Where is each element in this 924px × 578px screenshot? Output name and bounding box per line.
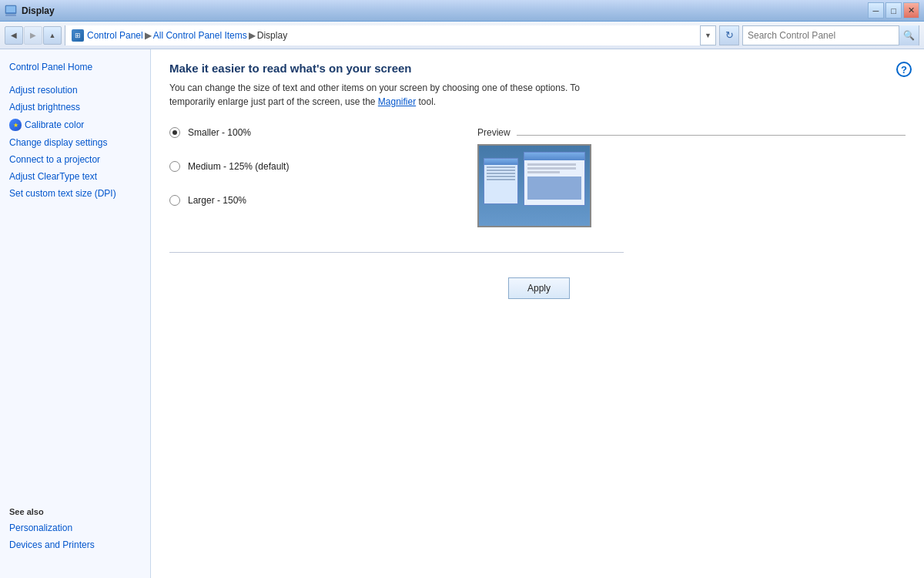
magnifier-link[interactable]: Magnifier bbox=[378, 96, 416, 107]
preview-main-window bbox=[524, 152, 585, 206]
sidebar-item-adjust-resolution[interactable]: Adjust resolution bbox=[0, 82, 150, 99]
radio-options: Smaller - 100% Medium - 125% (default) L… bbox=[169, 127, 447, 229]
minimize-button[interactable]: ─ bbox=[868, 2, 884, 18]
preview-sidebar-line-2 bbox=[487, 170, 515, 171]
apply-button[interactable]: Apply bbox=[508, 277, 570, 299]
preview-desktop bbox=[479, 146, 590, 226]
preview-sidebar-window bbox=[484, 158, 518, 204]
sidebar-item-adjust-cleartype[interactable]: Adjust ClearType text bbox=[0, 168, 150, 185]
preview-sidebar-line-3 bbox=[487, 173, 515, 174]
preview-sidebar-line-4 bbox=[487, 176, 515, 177]
sidebar-item-personalization[interactable]: Personalization bbox=[0, 519, 150, 536]
breadcrumb: ⊞ Control Panel ▶ All Control Panel Item… bbox=[65, 25, 700, 45]
breadcrumb-icon: ⊞ bbox=[72, 29, 84, 42]
radio-larger-label: Larger - 150% bbox=[188, 195, 246, 206]
search-button[interactable]: 🔍 bbox=[899, 25, 919, 45]
window-controls: ─ □ ✕ bbox=[868, 2, 919, 18]
radio-option-larger[interactable]: Larger - 150% bbox=[169, 195, 447, 206]
preview-line-1 bbox=[527, 163, 576, 166]
preview-area: Preview bbox=[477, 127, 906, 229]
breadcrumb-dropdown[interactable]: ▼ bbox=[700, 25, 715, 45]
preview-line-3 bbox=[527, 171, 560, 173]
sidebar-item-adjust-brightness[interactable]: Adjust brightness bbox=[0, 99, 150, 116]
breadcrumb-current: Display bbox=[257, 30, 287, 41]
svg-rect-1 bbox=[6, 6, 15, 12]
preview-window-titlebar bbox=[524, 153, 584, 160]
breadcrumb-sep-2: ▶ bbox=[249, 30, 256, 41]
title-bar: Display ─ □ ✕ bbox=[0, 0, 924, 22]
radio-larger[interactable] bbox=[169, 195, 180, 206]
preview-label: Preview bbox=[477, 127, 906, 138]
preview-divider bbox=[517, 135, 906, 136]
content-area: ? Make it easier to read what's on your … bbox=[151, 49, 924, 578]
main-layout: Control Panel Home Adjust resolution Adj… bbox=[0, 49, 924, 578]
preview-line-2 bbox=[527, 167, 576, 170]
breadcrumb-all-items[interactable]: All Control Panel Items bbox=[153, 30, 247, 41]
close-button[interactable]: ✕ bbox=[903, 2, 919, 18]
radio-smaller[interactable] bbox=[169, 127, 180, 138]
back-button[interactable]: ◀ bbox=[5, 26, 23, 45]
preview-inner-window bbox=[527, 176, 581, 200]
options-area: Smaller - 100% Medium - 125% (default) L… bbox=[169, 127, 906, 229]
address-bar: ◀ ▶ ▲ ⊞ Control Panel ▶ All Control Pane… bbox=[0, 22, 924, 49]
sidebar-item-calibrate-color[interactable]: ★ Calibrate color bbox=[0, 116, 150, 134]
svg-rect-2 bbox=[5, 15, 16, 16]
sidebar: Control Panel Home Adjust resolution Adj… bbox=[0, 49, 151, 578]
see-also-title: See also bbox=[0, 495, 150, 519]
up-button[interactable]: ▲ bbox=[43, 26, 62, 45]
breadcrumb-control-panel[interactable]: Control Panel bbox=[87, 30, 143, 41]
radio-medium-label: Medium - 125% (default) bbox=[188, 161, 289, 172]
preview-sidebar-line-1 bbox=[487, 166, 515, 168]
radio-option-smaller[interactable]: Smaller - 100% bbox=[169, 127, 447, 138]
help-button[interactable]: ? bbox=[896, 62, 912, 77]
sidebar-item-devices-and-printers[interactable]: Devices and Printers bbox=[0, 536, 150, 553]
breadcrumb-sep-1: ▶ bbox=[145, 30, 152, 41]
nav-buttons: ◀ ▶ ▲ bbox=[5, 26, 62, 45]
search-input[interactable] bbox=[743, 30, 899, 41]
content-divider bbox=[169, 252, 624, 253]
forward-button[interactable]: ▶ bbox=[24, 26, 42, 45]
window-title: Display bbox=[22, 5, 868, 16]
preview-sidebar-line-5 bbox=[487, 179, 515, 180]
page-description: You can change the size of text and othe… bbox=[169, 81, 593, 109]
sidebar-item-change-display-settings[interactable]: Change display settings bbox=[0, 134, 150, 151]
restore-button[interactable]: □ bbox=[886, 2, 902, 18]
preview-window-content bbox=[524, 160, 584, 203]
search-box: 🔍 bbox=[742, 25, 919, 45]
radio-medium[interactable] bbox=[169, 161, 180, 172]
shield-icon: ★ bbox=[9, 119, 22, 131]
preview-sidebar-titlebar bbox=[484, 159, 517, 165]
radio-option-medium[interactable]: Medium - 125% (default) bbox=[169, 161, 447, 172]
preview-image bbox=[477, 144, 591, 227]
window-icon bbox=[5, 5, 17, 17]
sidebar-item-connect-to-projector[interactable]: Connect to a projector bbox=[0, 151, 150, 168]
refresh-button[interactable]: ↻ bbox=[719, 25, 739, 45]
apply-row: Apply bbox=[169, 265, 570, 299]
radio-smaller-label: Smaller - 100% bbox=[188, 127, 251, 138]
sidebar-item-set-custom-text[interactable]: Set custom text size (DPI) bbox=[0, 185, 150, 202]
sidebar-item-control-panel-home[interactable]: Control Panel Home bbox=[0, 59, 150, 76]
page-title: Make it easier to read what's on your sc… bbox=[169, 62, 906, 75]
